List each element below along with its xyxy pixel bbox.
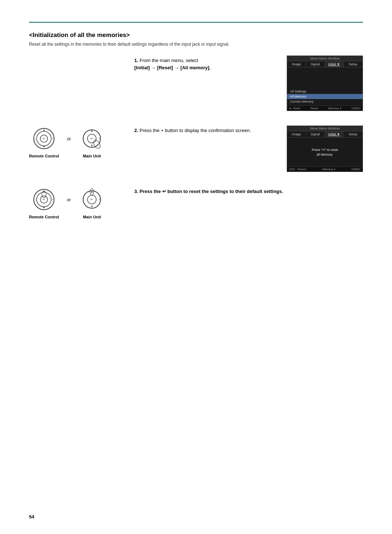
step-2-line1: Press the + button to display the confir… [139, 128, 251, 133]
svg-text:↵: ↵ [90, 137, 93, 140]
step-1-block: 1. From the main menu, select [Initial] … [29, 56, 363, 111]
svg-text:–: – [34, 137, 36, 140]
menu-title-bar-2: Move Menu Window [287, 126, 363, 131]
section-title: <Initialization of all the memories> [29, 32, 363, 39]
svg-text:+: + [99, 137, 101, 140]
menu-footer-2: ESC : Return Memory 4 VIDEO [287, 167, 363, 172]
menu-footer-memory-2: Memory 4 [322, 168, 335, 171]
svg-text:▼: ▼ [90, 205, 93, 208]
main-unit-group-2: ▲ ▼ – + ↵ Main Unit [79, 126, 105, 158]
main-unit-label-3: Main Unit [83, 215, 101, 219]
menu-tab-setup-1: Setup [344, 61, 363, 67]
step-2-number: 2. [134, 128, 138, 133]
or-text-2: or [67, 136, 71, 141]
svg-text:▼: ▼ [42, 145, 45, 148]
menu-tab-image-1: Image [287, 61, 306, 67]
menu-tab-signal-2: Signal [306, 131, 325, 137]
menu-body-1: All Settings All Memory Current Memory [287, 67, 363, 106]
section-description: Reset all the settings in the memories t… [29, 42, 363, 47]
step-1-number: 1. [134, 58, 138, 63]
step-3-line1: Press the ↵ button to reset the settings… [139, 189, 283, 194]
step-1-line1: From the main menu, select [139, 58, 198, 63]
svg-text:▲: ▲ [90, 190, 93, 193]
main-unit-icon-3: ▲ ▼ – + ↵ [79, 186, 105, 213]
svg-text:↵: ↵ [90, 198, 93, 201]
svg-text:+: + [52, 137, 54, 140]
svg-text:–: – [34, 198, 36, 201]
svg-text:↵: ↵ [42, 198, 45, 201]
svg-text:–: – [83, 137, 85, 140]
svg-text:+: + [52, 198, 54, 201]
menu-tabs-1: Image Signal Initial ▼ Setup [287, 61, 363, 67]
menu-tab-signal-1: Signal [306, 61, 325, 67]
top-rule [29, 22, 363, 23]
menu-center-text-2: Press "+/" to resetall Memory. [287, 139, 363, 160]
svg-text:↵: ↵ [42, 137, 45, 140]
menu-footer-video-2: VIDEO [351, 168, 360, 171]
menu-footer-1: ● : Enter Reset Memory 4 VIDEO [287, 106, 363, 111]
main-unit-label-2: Main Unit [83, 154, 101, 158]
step-2-left: ▲ ▼ – + ↵ Remote Control or ▲ ▼ – [29, 126, 123, 158]
svg-text:▼: ▼ [90, 144, 93, 147]
menu-body-2: Press "+/" to resetall Memory. [287, 137, 363, 167]
menu-footer-enter-1: ● : Enter [289, 107, 301, 110]
svg-text:–: – [83, 198, 85, 201]
step-1-right: 1. From the main menu, select [Initial] … [134, 56, 363, 111]
menu-item-allsettings: All Settings [287, 89, 363, 94]
remote-control-group-2: ▲ ▼ – + ↵ Remote Control [29, 126, 59, 158]
menu-item-currentmemory: Current Memory [287, 99, 363, 104]
menu-window-2: Move Menu Window Image Signal Initial ▼ … [287, 126, 363, 172]
menu-footer-video-1: VIDEO [351, 107, 360, 110]
svg-text:▼: ▼ [42, 206, 45, 209]
svg-text:▲: ▲ [42, 128, 45, 132]
step-2-block: ▲ ▼ – + ↵ Remote Control or ▲ ▼ – [29, 126, 363, 172]
remote-control-label-3: Remote Control [29, 215, 59, 219]
step-3-left: ▲ ▼ – + ↵ Remote Control or ▲ ▼ – [29, 186, 123, 219]
step-3-block: ▲ ▼ – + ↵ Remote Control or ▲ ▼ – [29, 186, 363, 219]
menu-tab-image-2: Image [287, 131, 306, 137]
menu-item-allmemory: All Memory [287, 94, 363, 99]
svg-text:+: + [99, 198, 101, 201]
remote-control-label-2: Remote Control [29, 154, 59, 158]
step-1-line2: [Initial] → [Reset] → [All memory]. [134, 65, 211, 70]
menu-tab-initial-2: Initial ▼ [325, 131, 344, 137]
menu-window-1: Move Menu Window Image Signal Initial ▼ … [287, 56, 363, 111]
menu-tab-setup-2: Setup [344, 131, 363, 137]
step-1-text: 1. From the main menu, select [Initial] … [134, 56, 279, 71]
step-3-text: 3. Press the ↵ button to reset the setti… [134, 186, 363, 195]
menu-footer-reset-1: Reset [311, 107, 318, 110]
menu-footer-esc-2: ESC : Return [289, 168, 306, 171]
main-unit-group-3: ▲ ▼ – + ↵ Main Unit [79, 186, 105, 219]
step-3-number: 3. [134, 189, 138, 194]
menu-tab-initial-1: Initial ▼ [325, 61, 344, 67]
page: <Initialization of all the memories> Res… [0, 0, 392, 534]
page-number: 54 [29, 514, 34, 519]
or-text-3: or [67, 197, 71, 202]
step-2-text: 2. Press the + button to display the con… [134, 126, 276, 134]
remote-control-icon-2: ▲ ▼ – + ↵ [31, 126, 57, 152]
remote-control-icon-3: ▲ ▼ – + ↵ [31, 186, 57, 213]
menu-footer-memory-1: Memory 4 [328, 107, 342, 110]
svg-text:▲: ▲ [90, 129, 93, 132]
remote-control-group-3: ▲ ▼ – + ↵ Remote Control [29, 186, 59, 219]
main-unit-icon-2: ▲ ▼ – + ↵ [79, 126, 105, 152]
menu-title-bar-1: Move Menu Window [287, 56, 363, 61]
menu-tabs-2: Image Signal Initial ▼ Setup [287, 131, 363, 137]
